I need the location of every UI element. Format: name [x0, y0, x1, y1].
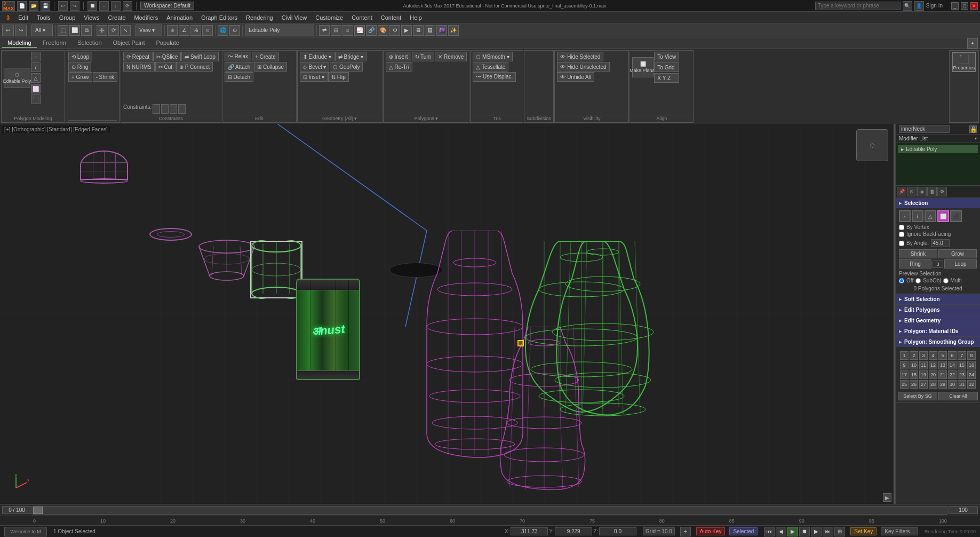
- constraint-edge[interactable]: [161, 104, 169, 114]
- tool3-icon[interactable]: ↕: [111, 1, 121, 11]
- attach-button[interactable]: 🔗 Attach: [225, 62, 254, 72]
- menu-item-content[interactable]: Content: [377, 13, 406, 22]
- z-coord[interactable]: 0.0: [599, 527, 636, 535]
- new-file-icon[interactable]: 📄: [17, 1, 27, 11]
- sg-btn-25[interactable]: 25: [900, 380, 909, 389]
- redo-button[interactable]: ↪: [15, 25, 27, 36]
- msmooth-button[interactable]: ⬡ MSmooth ▾: [473, 52, 512, 61]
- snap-toggle-icon[interactable]: ⊕: [167, 25, 178, 36]
- rotate-icon[interactable]: ⟳: [108, 25, 119, 36]
- by-vertex-checkbox[interactable]: [899, 225, 904, 230]
- ignore-backfacing-checkbox[interactable]: [899, 232, 904, 237]
- sg-btn-14[interactable]: 14: [948, 361, 957, 369]
- pin-stack-icon[interactable]: 📌: [897, 187, 906, 196]
- flip-button[interactable]: ⇅ Flip: [328, 72, 349, 82]
- timeline-slider[interactable]: [33, 506, 947, 515]
- ribbon-collapse-icon[interactable]: ▲: [967, 38, 978, 49]
- sg-btn-23[interactable]: 23: [958, 370, 966, 379]
- render-prod-icon[interactable]: 🖥: [413, 25, 424, 36]
- remove-modifier-icon[interactable]: 🗑: [927, 187, 937, 196]
- sg-btn-32[interactable]: 32: [967, 380, 976, 389]
- collapse-button[interactable]: ⊞ Collapse: [254, 62, 287, 72]
- make-unique-icon[interactable]: ◈: [917, 187, 927, 196]
- polygon-icon[interactable]: ⬜: [937, 210, 949, 222]
- menu-item-help[interactable]: Help: [405, 13, 426, 22]
- menu-item-group[interactable]: Group: [55, 13, 80, 22]
- loop-button[interactable]: ⟲ Loop: [68, 52, 92, 61]
- navigation-cube[interactable]: ⬡: [856, 129, 888, 161]
- ring-value[interactable]: [933, 260, 943, 268]
- tab-object-paint[interactable]: Object Paint: [108, 38, 150, 48]
- element-icon[interactable]: ⬛: [950, 210, 962, 222]
- swiftloop-button[interactable]: ⇌ Swift Loop: [181, 52, 218, 61]
- viewport-container[interactable]: [+] [Orthographic] [Standard] [Edged Fac…: [0, 124, 895, 504]
- sg-btn-21[interactable]: 21: [938, 370, 947, 379]
- set-key-button[interactable]: Set Key: [850, 527, 877, 535]
- pivot-icon[interactable]: ⊙: [229, 25, 240, 36]
- sg-btn-31[interactable]: 31: [958, 380, 966, 389]
- create-selection-set[interactable]: Editable Poly: [245, 25, 314, 36]
- play-button[interactable]: ▶: [787, 527, 798, 536]
- spinner-snap-icon[interactable]: ⍉: [202, 25, 213, 36]
- selection-section-header[interactable]: ▸ Selection: [896, 198, 980, 208]
- sg-btn-9[interactable]: 9: [900, 361, 909, 369]
- border-mode-icon[interactable]: △: [31, 73, 41, 83]
- sg-btn-16[interactable]: 16: [967, 361, 976, 369]
- search-icon[interactable]: 🔍: [903, 1, 912, 11]
- x-coord[interactable]: 311.73: [511, 527, 548, 535]
- sg-btn-19[interactable]: 19: [919, 370, 928, 379]
- menu-item-scripting[interactable]: Content: [347, 13, 377, 22]
- select-filter-dropdown[interactable]: All ▾: [31, 25, 53, 36]
- selected-button[interactable]: Selected: [729, 527, 758, 535]
- make-planar-button[interactable]: ⬜ Make Planar: [632, 57, 654, 77]
- show-end-result-icon[interactable]: ⊙: [907, 187, 917, 196]
- minimize-button[interactable]: _: [951, 2, 959, 10]
- sg-btn-29[interactable]: 29: [938, 380, 947, 389]
- key-filters-button[interactable]: Key Filters...: [881, 527, 918, 535]
- vertex-icon[interactable]: ·: [899, 210, 911, 222]
- preview-subobj-radio[interactable]: [915, 278, 921, 283]
- menu-item-graph-editors[interactable]: Graph Editors: [197, 13, 242, 22]
- to-view-button[interactable]: To View: [654, 52, 679, 61]
- sg-btn-2[interactable]: 2: [910, 351, 918, 360]
- menu-item-rendering[interactable]: Rendering: [242, 13, 277, 22]
- tessellate-button[interactable]: △ Tessellate: [473, 62, 508, 72]
- add-time-tag-icon[interactable]: +: [680, 527, 691, 536]
- geopoly-button[interactable]: ⬡ GeoPoly: [330, 62, 363, 72]
- save-file-icon[interactable]: 💾: [41, 1, 50, 11]
- material-editor-icon[interactable]: 🎨: [378, 25, 388, 36]
- constraint-none[interactable]: [153, 104, 160, 114]
- search-input[interactable]: [815, 2, 901, 10]
- sg-btn-13[interactable]: 13: [938, 361, 947, 369]
- cut-button[interactable]: ✂ Cut: [155, 62, 176, 72]
- angle-snap-icon[interactable]: ∠: [179, 25, 189, 36]
- sg-btn-1[interactable]: 1: [900, 351, 909, 360]
- anim-mode-button[interactable]: ⊞: [834, 527, 845, 536]
- by-angle-value[interactable]: [931, 239, 950, 247]
- frame-counter[interactable]: 0 / 100: [2, 506, 31, 514]
- menu-item-tools[interactable]: Tools: [33, 13, 55, 22]
- sg-btn-17[interactable]: 17: [900, 370, 909, 379]
- sg-btn-3[interactable]: 3: [919, 351, 928, 360]
- loop-button-prop[interactable]: Loop: [944, 259, 977, 268]
- object-lock-icon[interactable]: 🔒: [969, 125, 977, 133]
- pconnect-button[interactable]: ⊕ P Connect: [176, 62, 213, 72]
- tab-freeform[interactable]: Freeform: [37, 38, 72, 48]
- object-name-input[interactable]: [899, 125, 950, 133]
- turn-button[interactable]: ↻ Turn: [412, 52, 435, 61]
- modifier-dropdown-icon[interactable]: ▾: [975, 136, 977, 141]
- y-coord[interactable]: 9.229: [555, 527, 592, 535]
- frame-end[interactable]: 100: [949, 506, 978, 514]
- maximize-button[interactable]: □: [961, 2, 968, 10]
- select-object-icon[interactable]: ⬚: [58, 25, 68, 36]
- constraint-face[interactable]: [170, 104, 177, 114]
- sg-btn-11[interactable]: 11: [919, 361, 928, 369]
- render-frame-icon[interactable]: ▶: [401, 25, 412, 36]
- poly-mode-icon[interactable]: ⬜: [31, 84, 41, 93]
- sg-btn-8[interactable]: 8: [967, 351, 976, 360]
- sg-btn-15[interactable]: 15: [958, 361, 966, 369]
- border-icon[interactable]: △: [925, 210, 936, 222]
- detach-button[interactable]: ⊟ Detach: [225, 72, 253, 82]
- sign-in-label[interactable]: Sign In: [926, 3, 943, 9]
- percent-snap-icon[interactable]: %: [190, 25, 201, 36]
